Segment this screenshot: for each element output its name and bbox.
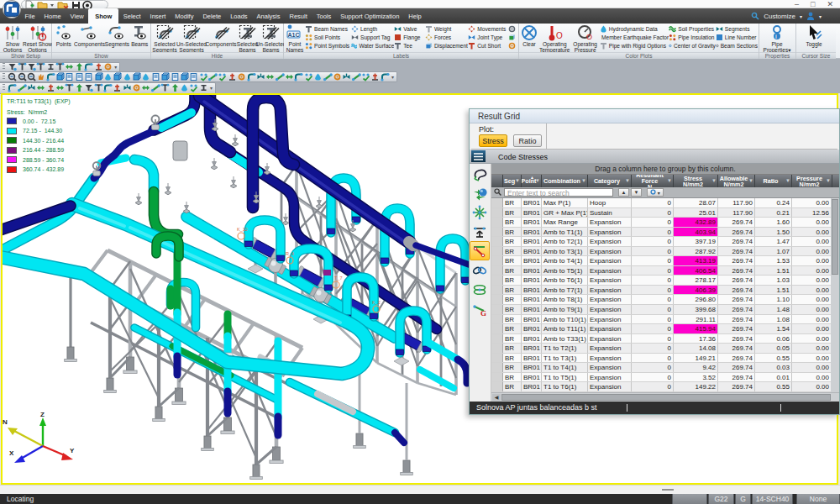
svg-text:K_10: K_10 — [237, 227, 248, 232]
svg-text:R_4: R_4 — [286, 251, 294, 256]
svg-text:X: X — [9, 449, 14, 457]
svg-text:N: N — [3, 418, 8, 426]
svg-text:K_2: K_2 — [372, 300, 381, 305]
svg-text:A1C: A1C — [287, 32, 299, 38]
svg-text:i: i — [775, 33, 777, 40]
svg-text:O: O — [586, 33, 592, 41]
svg-text:G: G — [480, 309, 486, 317]
svg-text:T_7: T_7 — [334, 276, 342, 281]
svg-text:Y: Y — [70, 447, 75, 454]
svg-text:Z: Z — [40, 411, 45, 418]
svg-text:O: O — [556, 31, 563, 40]
